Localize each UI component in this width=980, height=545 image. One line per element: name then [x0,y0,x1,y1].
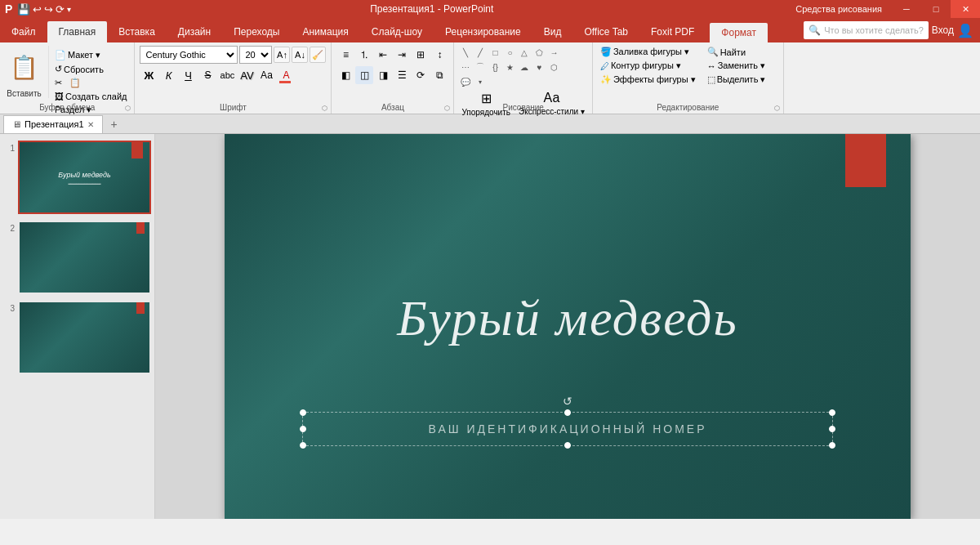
font-color-btn[interactable]: A [277,66,295,84]
align-left-btn[interactable]: ◧ [336,66,354,84]
format-subtab[interactable]: Формат [710,23,768,42]
line-spacing-btn[interactable]: ↕ [430,46,448,64]
repeat-qat-btn[interactable]: ⟳ [56,3,65,16]
shape-arc[interactable]: ⌒ [474,60,487,74]
undo-qat-btn[interactable]: ↩ [33,3,42,16]
slide-preview-1[interactable]: Бурый медведь ____________ [18,141,151,214]
editing-arrow[interactable]: ⬡ [774,105,780,112]
decrease-font-btn[interactable]: A↓ [292,47,308,63]
minimize-btn[interactable]: ─ [892,0,921,18]
clipboard-arrow[interactable]: ⬡ [125,105,131,112]
tab-view[interactable]: Вид [532,21,573,42]
find-btn[interactable]: 🔍 Найти [705,46,778,58]
shape-pentagon[interactable]: ⬠ [532,46,546,59]
shape-triangle[interactable]: △ [518,46,531,59]
shape-star[interactable]: ★ [503,60,516,74]
user-icon[interactable]: 👤 [957,23,973,38]
slide-preview-2[interactable] [18,221,151,294]
shape-line[interactable]: ╲ [459,46,472,59]
strikethrough-btn[interactable]: S [198,66,216,84]
tab-foxitpdf[interactable]: Foxit PDF [639,21,706,42]
paste-btn[interactable]: 📋 [5,46,43,89]
handle-bl[interactable] [300,442,306,449]
handle-tr[interactable] [829,409,835,416]
tab-officetab[interactable]: Office Tab [572,21,639,42]
slide-thumb-1[interactable]: 1 Бурый медведь ____________ [3,141,151,214]
font-family-select[interactable]: Century Gothic [140,46,238,64]
shape-line2[interactable]: ╱ [474,46,487,59]
decrease-indent-btn[interactable]: ⇤ [374,46,392,64]
increase-font-btn[interactable]: A↑ [274,47,290,63]
shape-cloud[interactable]: ☁ [518,60,531,74]
numbering-btn[interactable]: ⒈ [355,46,373,64]
tab-insert[interactable]: Вставка [107,21,167,42]
handle-br[interactable] [829,442,835,449]
reset-btn[interactable]: ↺Сбросить [52,63,129,75]
handle-bm[interactable] [564,442,571,449]
shape-callout[interactable]: 💬 [459,75,472,88]
handle-rm[interactable] [829,426,835,432]
increase-indent-btn[interactable]: ⇥ [393,46,411,64]
search-bar[interactable]: 🔍 Что вы хотите сделать? [804,21,929,39]
columns-btn[interactable]: ⊞ [412,46,430,64]
layout-btn[interactable]: 📄Макет ▾ [52,49,129,61]
slide-thumb-3[interactable]: 3 [3,301,151,374]
shape-more[interactable]: ▾ [474,75,487,88]
slide-subtitle-text[interactable]: ВАШ ИДЕНТИФИКАЦИОННЫЙ НОМЕР [313,422,822,436]
qat-dropdown-btn[interactable]: ▾ [67,5,71,14]
handle-tl[interactable] [300,409,306,416]
new-tab-btn[interactable]: + [105,116,124,132]
fill-btn[interactable]: 🪣 Заливка фигуры ▾ [598,46,698,58]
subscript-btn[interactable]: abc [218,66,236,84]
shape-rect[interactable]: □ [488,46,501,59]
tab-design[interactable]: Дизайн [167,21,222,42]
align-right-btn[interactable]: ◨ [374,66,392,84]
signin-btn[interactable]: Вход [932,25,954,36]
shape-circle[interactable]: ○ [503,46,516,59]
outline-btn[interactable]: 🖊 Контур фигуры ▾ [598,60,698,72]
redo-qat-btn[interactable]: ↪ [44,3,53,16]
char-spacing-btn[interactable]: Аа [257,66,275,84]
shape-dots[interactable]: ⋯ [459,60,472,74]
slide-preview-3[interactable] [18,301,151,374]
tab-animations[interactable]: Анимация [291,21,359,42]
font-arrow[interactable]: ⬡ [322,105,327,112]
italic-btn[interactable]: К [159,66,177,84]
cut-btn[interactable]: ✂ [52,77,65,89]
doc-tab-pres1[interactable]: 🖥 Презентация1 ✕ [3,115,103,133]
slide-subtitle-box[interactable]: ↺ ВАШ ИДЕНТИФИКАЦИОННЫЙ НОМЕР [302,412,833,446]
select-btn[interactable]: ⬚ Выделить ▾ [705,74,778,86]
shape-arrow[interactable]: → [547,46,560,59]
save-qat-btn[interactable]: 💾 [17,3,30,16]
font-size-select[interactable]: 20 [239,46,272,64]
paragraph-arrow[interactable]: ⬡ [444,105,450,112]
slide-main-title[interactable]: Бурый медведь [225,289,911,347]
bold-btn[interactable]: Ж [140,66,158,84]
underline-btn[interactable]: Ч [179,66,197,84]
shape-bracket[interactable]: {} [488,60,501,74]
handle-lm[interactable] [300,426,306,432]
slide-thumb-2[interactable]: 2 [3,221,151,294]
shape-heart[interactable]: ♥ [532,60,546,74]
tab-file[interactable]: Файл [0,21,47,42]
restore-btn[interactable]: □ [921,0,951,18]
tab-home[interactable]: Главная [47,21,108,42]
copy-btn[interactable]: 📋 [67,77,83,89]
tab-transitions[interactable]: Переходы [222,21,291,42]
justify-btn[interactable]: ☰ [393,66,411,84]
shadow-btn[interactable]: AV [238,66,256,84]
slide-canvas[interactable]: Бурый медведь ↺ ВАШ ИДЕНТИФИКАЦИОННЫЙ НО… [225,134,911,519]
pres1-close-btn[interactable]: ✕ [87,120,94,129]
tab-slideshow[interactable]: Слайд-шоу [360,21,434,42]
align-center-btn[interactable]: ◫ [355,66,373,84]
smartart-btn[interactable]: ⧉ [430,66,448,84]
effects-btn[interactable]: ✨ Эффекты фигуры ▾ [598,74,698,86]
shape-cube[interactable]: ⬡ [547,60,560,74]
bullets-btn[interactable]: ≡ [336,46,354,64]
clear-format-btn[interactable]: 🧹 [310,47,326,63]
tab-review[interactable]: Рецензирование [434,21,532,42]
rotate-handle[interactable]: ↺ [563,395,572,408]
close-btn[interactable]: ✕ [951,0,980,18]
handle-tm[interactable] [564,409,571,416]
text-direction-btn[interactable]: ⟳ [412,66,430,84]
